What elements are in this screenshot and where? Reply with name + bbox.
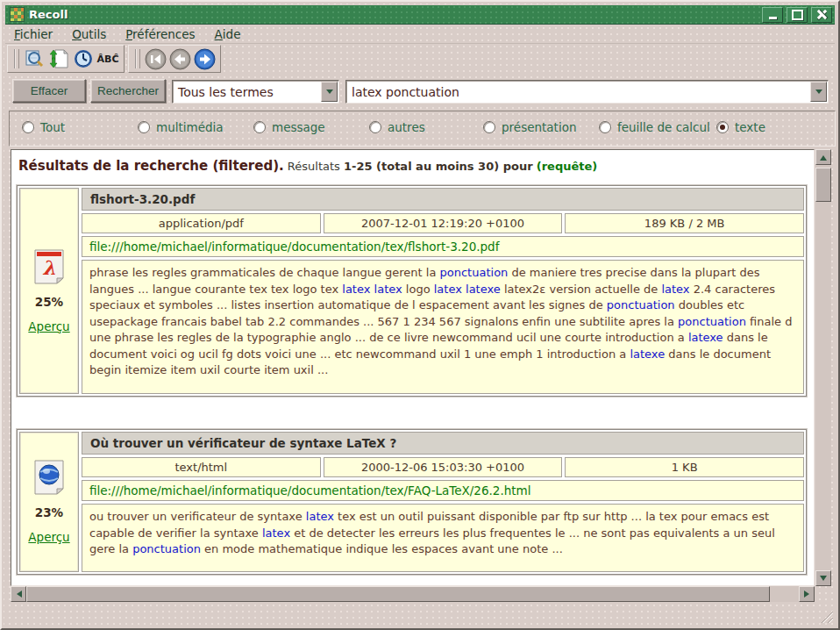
chevron-down-icon [326,89,333,97]
sort-document-icon [48,48,69,69]
result-meta-row: text/html 2000-12-06 15:03:30 +0100 1 KB [82,457,804,477]
result-url-cell: file:///home/michael/informatique/docume… [82,480,804,501]
result-1-body: flshort-3.20.pdf application/pdf 2007-12… [82,188,804,394]
result-snippet: ou trouver un verificateur de syntaxe la… [82,504,804,572]
toolbar-group-tools: ÂBĈ [7,45,125,73]
previous-page-icon [169,48,191,70]
term-explorer-button[interactable]: ÂBĈ [96,47,120,70]
search-mode-select[interactable]: Tous les termes [172,80,339,104]
result-mimetype: application/pdf [82,213,321,233]
result-url-cell: file:///home/michael/informatique/docume… [82,236,804,257]
vertical-scrollbar[interactable] [815,149,831,586]
vertical-scroll-thumb[interactable] [815,168,831,202]
close-button[interactable] [811,7,832,23]
results-viewport: Résultats de la recherche (filtered). Ré… [11,149,815,586]
category-filter-panel: Tout multimédia message autres présentat… [9,111,836,147]
radio-icon [483,121,495,133]
filter-label: feuille de calcul [617,120,710,134]
results-count-range: 1-25 (total au moins 30) pour [344,160,533,173]
next-page-button[interactable] [192,47,217,70]
scroll-left-button[interactable] [11,586,26,602]
radio-icon [22,121,34,133]
horizontal-scrollbar[interactable] [11,586,815,602]
filter-message[interactable]: message [253,120,325,134]
html-document-icon[interactable] [33,460,65,495]
results-header: Résultats de la recherche (filtered). Ré… [18,158,808,174]
menu-aide[interactable]: Aide [215,27,241,41]
toolbar-group-nav [128,45,221,73]
results-count-prefix: Résultats [288,160,340,173]
radio-icon [599,121,611,133]
menu-outils[interactable]: Outils [72,27,106,41]
result-item-2: 23% Aperçu Où trouver un vérificateur de… [17,429,807,575]
query-history-dropdown-button[interactable] [810,82,827,102]
scroll-right-button[interactable] [799,586,815,602]
recoll-app-icon [11,8,24,21]
recoll-window: Recoll Fichier Outils Préférences Aide [0,0,840,630]
result-2-side: 23% Aperçu [19,432,79,572]
preview-link[interactable]: Aperçu [28,530,69,544]
query-details-link[interactable]: (requête) [537,160,598,173]
term-explorer-abc-icon: ÂBĈ [97,54,119,65]
filter-presentation[interactable]: présentation [483,120,576,134]
filter-multimedia[interactable]: multimédia [138,120,224,134]
result-url-link[interactable]: file:///home/michael/informatique/docume… [89,483,530,498]
result-title: flshort-3.20.pdf [82,188,804,211]
window-resize-grip[interactable] [819,609,833,623]
filter-feuille-de-calcul[interactable]: feuille de calcul [599,120,710,134]
chevron-down-icon [815,89,822,97]
previous-page-button[interactable] [167,47,192,70]
result-date: 2000-12-06 15:03:30 +0100 [324,457,563,477]
query-combobox [345,80,829,104]
relevance-percent: 23% [35,505,63,519]
toolbar-handle[interactable] [135,49,140,68]
result-size: 1 KB [565,457,804,477]
close-icon [817,10,827,19]
horizontal-scroll-thumb[interactable] [26,586,770,602]
result-2-body: Où trouver un vérificateur de syntaxe La… [82,432,804,572]
result-1-side: λ 25% Aperçu [19,188,79,394]
menubar: Fichier Outils Préférences Aide [5,25,835,44]
toolbar: ÂBĈ [7,45,224,73]
minimize-button[interactable] [762,7,783,23]
history-button[interactable] [71,47,96,70]
titlebar: Recoll [5,5,835,25]
menu-preferences[interactable]: Préférences [125,27,195,41]
filter-label: multimédia [156,120,224,134]
filter-autres[interactable]: autres [369,120,425,134]
arrow-left-icon [13,591,22,598]
result-url-link[interactable]: file:///home/michael/informatique/docume… [89,240,499,254]
minimize-icon [769,17,777,19]
result-item-1: λ 25% Aperçu flshort-3.20.pdf applicatio… [17,185,807,397]
result-date: 2007-12-01 12:19:20 +0100 [324,213,563,233]
document-search-icon [24,48,45,69]
arrow-down-icon [820,576,827,584]
search-mode-dropdown-button[interactable] [321,82,338,102]
toolbar-handle[interactable] [14,49,19,68]
first-page-button[interactable] [143,47,167,70]
filter-tout[interactable]: Tout [22,120,65,134]
radio-icon [138,121,150,133]
search-button[interactable]: Rechercher [90,79,166,103]
document-search-button[interactable] [22,47,46,70]
window-title: Recoll [29,8,758,21]
history-clock-icon [73,48,94,69]
relevance-percent: 25% [35,295,63,309]
clear-button[interactable]: Effacer [12,79,86,103]
scroll-up-button[interactable] [815,149,831,165]
preview-link[interactable]: Aperçu [28,319,69,333]
scroll-down-button[interactable] [815,570,831,586]
filter-texte[interactable]: texte [716,120,765,134]
radio-icon [369,121,381,133]
maximize-button[interactable] [787,7,808,23]
filter-label: autres [388,120,425,134]
pdf-document-icon[interactable]: λ [33,249,65,284]
sort-button[interactable] [46,47,71,70]
filter-label: texte [735,120,765,134]
menu-fichier[interactable]: Fichier [14,27,53,41]
result-snippet: phrase les regles grammaticales de chaqu… [82,260,804,394]
query-input[interactable] [346,85,809,99]
search-row: Effacer Rechercher Tous les termes [2,79,840,104]
result-size: 189 KB / 2 MB [565,213,804,233]
radio-icon [716,121,729,133]
